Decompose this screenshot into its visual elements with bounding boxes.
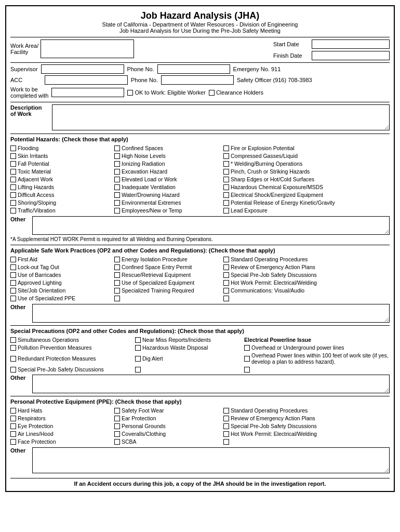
checkbox-item: Excavation Hazard	[114, 168, 223, 175]
checkbox[interactable]	[10, 296, 16, 301]
checkbox[interactable]	[114, 423, 120, 429]
checkbox[interactable]	[223, 161, 229, 167]
checkbox[interactable]	[10, 416, 16, 421]
clearance-checkbox[interactable]	[209, 90, 215, 96]
checkbox[interactable]	[114, 431, 120, 437]
checkbox[interactable]	[135, 337, 141, 343]
checkbox-item: Sharp Edges or Hot/Cold Surfaces	[223, 176, 390, 183]
checkbox[interactable]	[10, 184, 16, 190]
checkbox[interactable]	[223, 184, 229, 190]
checkbox[interactable]	[114, 192, 120, 198]
phone-label-2: Phone No.	[131, 77, 158, 83]
sp-other-input[interactable]	[32, 375, 390, 393]
checkbox[interactable]	[10, 288, 16, 294]
ok-to-work-checkbox[interactable]	[127, 90, 133, 96]
checkbox[interactable]	[10, 208, 16, 214]
checkbox[interactable]	[10, 367, 16, 373]
checkbox-text: Standard Operating Procedures	[231, 407, 308, 414]
work-complete-input[interactable]	[51, 88, 124, 97]
checkbox[interactable]	[223, 431, 229, 437]
checkbox[interactable]	[10, 408, 16, 414]
checkbox[interactable]	[114, 408, 120, 414]
checkbox[interactable]	[223, 192, 229, 198]
checkbox[interactable]	[223, 423, 229, 429]
checkbox[interactable]	[10, 280, 16, 286]
checkbox[interactable]	[10, 200, 16, 206]
checkbox-item: Lock-out Tag Out	[10, 263, 114, 271]
checkbox[interactable]	[10, 356, 16, 362]
checkbox[interactable]	[223, 272, 229, 278]
finish-date-input[interactable]	[312, 51, 390, 60]
checkbox[interactable]	[114, 296, 120, 301]
checkbox[interactable]	[223, 169, 229, 175]
checkbox[interactable]	[10, 161, 16, 167]
checkbox[interactable]	[244, 356, 250, 362]
acc-input[interactable]	[45, 75, 128, 85]
checkbox[interactable]	[244, 345, 250, 351]
checkbox[interactable]	[10, 145, 16, 151]
checkbox[interactable]	[114, 169, 120, 175]
checkbox[interactable]	[223, 416, 229, 421]
checkbox-item: First Aid	[10, 256, 114, 263]
checkbox[interactable]	[114, 208, 120, 214]
checkbox[interactable]	[223, 153, 229, 159]
checkbox[interactable]	[10, 272, 16, 278]
checkbox[interactable]	[135, 356, 141, 362]
checkbox[interactable]	[10, 177, 16, 182]
description-input[interactable]	[52, 104, 390, 130]
checkbox[interactable]	[10, 257, 16, 262]
checkbox[interactable]	[223, 145, 229, 151]
checkbox[interactable]	[223, 208, 229, 214]
work-area-input[interactable]	[41, 39, 134, 58]
checkbox[interactable]	[223, 177, 229, 182]
checkbox[interactable]	[223, 439, 229, 445]
ph-other-input[interactable]	[32, 216, 390, 235]
checkbox[interactable]	[114, 177, 120, 182]
checkbox[interactable]	[114, 145, 120, 151]
checkbox[interactable]	[10, 192, 16, 198]
checkbox[interactable]	[223, 257, 229, 262]
checkbox[interactable]	[114, 288, 120, 294]
safe-work-section: Applicable Safe Work Practices (OP2 and …	[10, 245, 390, 325]
checkbox[interactable]	[10, 337, 16, 343]
checkbox[interactable]	[114, 280, 120, 286]
checkbox[interactable]	[114, 416, 120, 421]
checkbox[interactable]	[10, 264, 16, 270]
checkbox[interactable]	[223, 288, 229, 294]
checkbox[interactable]	[223, 408, 229, 414]
checkbox[interactable]	[10, 431, 16, 437]
checkbox-text: High Noise Levels	[122, 153, 166, 159]
checkbox[interactable]	[223, 264, 229, 270]
checkbox-item	[223, 438, 390, 445]
checkbox-item: Lifting Hazards	[10, 183, 114, 191]
start-date-input[interactable]	[312, 39, 390, 49]
checkbox[interactable]	[114, 153, 120, 159]
checkbox-text: Simultaneous Operations	[18, 337, 79, 343]
checkbox[interactable]	[10, 439, 16, 445]
checkbox[interactable]	[114, 257, 120, 262]
checkbox[interactable]	[114, 184, 120, 190]
checkbox[interactable]	[135, 367, 141, 373]
acc-phone-input[interactable]	[161, 75, 234, 85]
checkbox[interactable]	[10, 169, 16, 175]
checkbox[interactable]	[244, 367, 250, 373]
checkbox[interactable]	[114, 200, 120, 206]
supervisor-phone-input[interactable]	[157, 64, 230, 74]
checkbox[interactable]	[114, 161, 120, 167]
supervisor-input[interactable]	[41, 64, 124, 74]
checkbox[interactable]	[10, 423, 16, 429]
checkbox[interactable]	[114, 272, 120, 278]
ppe-other-input[interactable]	[32, 447, 390, 473]
ppe-other: Other	[10, 447, 390, 473]
sw-other-input[interactable]	[32, 304, 390, 323]
checkbox[interactable]	[114, 264, 120, 270]
checkbox[interactable]	[114, 439, 120, 445]
subtitle2: Job Hazard Analysis for Use During the P…	[10, 28, 390, 34]
checkbox[interactable]	[223, 296, 229, 301]
checkbox[interactable]	[223, 280, 229, 286]
checkbox[interactable]	[10, 345, 16, 351]
checkbox[interactable]	[135, 345, 141, 351]
checkbox[interactable]	[10, 153, 16, 159]
checkbox[interactable]	[223, 200, 229, 206]
checkbox-text: Pinch, Crush or Striking Hazards	[231, 168, 310, 175]
